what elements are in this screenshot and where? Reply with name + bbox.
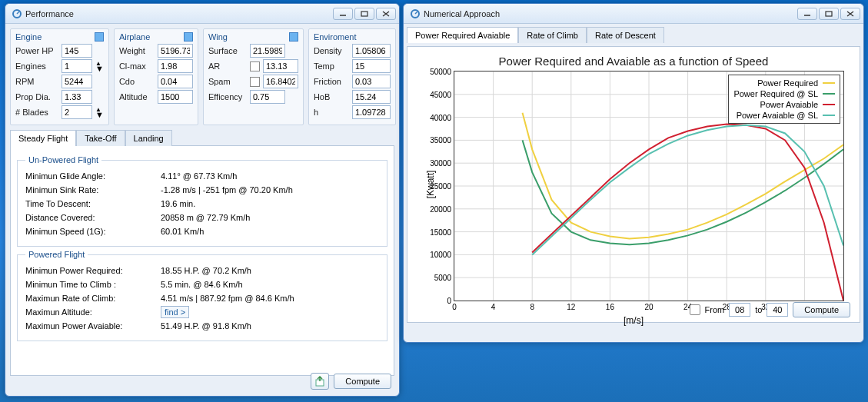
airplane-group: Airplane Weight Cl-max Cdo Altitude bbox=[114, 28, 198, 125]
legend-pa-label: Power Avaiable bbox=[760, 100, 818, 109]
engines-input[interactable] bbox=[62, 59, 92, 73]
export-icon-button[interactable] bbox=[311, 373, 329, 390]
power-hp-input[interactable] bbox=[62, 44, 92, 58]
ar-checkbox[interactable] bbox=[250, 61, 260, 71]
compute-range-button[interactable]: Compute bbox=[793, 302, 850, 317]
performance-tabs: Steady Flight Take-Off Landing bbox=[10, 130, 394, 146]
min-power-req-label: Minimun Power Required: bbox=[25, 266, 161, 275]
friction-input[interactable] bbox=[352, 75, 391, 88]
rpm-input[interactable] bbox=[62, 75, 92, 88]
powered-fieldset: Powered Flight Minimun Power Required:18… bbox=[17, 250, 387, 341]
chart-legend: Power Required Power Required @ SL Power… bbox=[728, 75, 840, 124]
legend-pr-swatch bbox=[823, 82, 835, 84]
airplane-expand-icon[interactable] bbox=[184, 32, 193, 42]
numerical-title: Numerical Approach bbox=[424, 9, 797, 18]
blades-input[interactable] bbox=[62, 105, 92, 119]
performance-title: Performance bbox=[25, 9, 333, 18]
engine-expand-icon[interactable] bbox=[95, 32, 104, 42]
unpowered-legend: Un-Powered Flight bbox=[25, 155, 101, 164]
min-speed-value: 60.01 Km/h bbox=[161, 227, 204, 236]
weight-input[interactable] bbox=[158, 44, 193, 58]
spam-input[interactable] bbox=[263, 75, 298, 88]
blades-label: # Blades bbox=[15, 108, 58, 117]
ar-input[interactable] bbox=[263, 59, 298, 73]
svg-rect-2 bbox=[361, 12, 367, 16]
wing-group: Wing Surface AR Spam Efficency bbox=[203, 28, 304, 125]
maximize-button[interactable] bbox=[354, 8, 374, 20]
app-icon bbox=[410, 8, 421, 19]
hob-label: HoB bbox=[314, 92, 349, 101]
spam-label: Spam bbox=[208, 77, 247, 86]
performance-window: Performance Engine Power HP Engines▲▼ RP… bbox=[5, 3, 400, 397]
tab-steady-flight[interactable]: Steady Flight bbox=[10, 130, 76, 146]
min-speed-label: Minimun Speed (1G): bbox=[25, 227, 161, 236]
sink-rate-label: Minimun Sink Rate: bbox=[25, 185, 161, 194]
eff-input[interactable] bbox=[250, 90, 285, 104]
max-power-avail-label: Maximun Power Avaiable: bbox=[25, 321, 161, 331]
legend-pr-label: Power Required bbox=[757, 78, 818, 88]
glide-angle-label: Minimun Glide Angle: bbox=[25, 171, 161, 181]
legend-prsl-label: Power Required @ SL bbox=[733, 89, 818, 98]
minimize-button[interactable] bbox=[797, 8, 817, 20]
time-to-descent-label: Time To Descent: bbox=[25, 199, 161, 208]
sink-rate-value: -1.28 m/s | -251 fpm @ 70.20 Km/h bbox=[161, 185, 293, 194]
chart-plot: Power Required Power Required @ SL Power… bbox=[454, 71, 844, 301]
tab-rate-of-descent[interactable]: Rate of Descent bbox=[587, 27, 664, 43]
prop-dia-label: Prop Dia. bbox=[15, 92, 58, 101]
blades-stepper[interactable]: ▲▼ bbox=[95, 108, 104, 117]
numerical-tabs: Power Required Avaiable Rate of Climb Ra… bbox=[407, 27, 860, 43]
max-power-avail-value: 51.49 H.P. @ 91.8 Km/h bbox=[161, 321, 251, 331]
prop-dia-input[interactable] bbox=[62, 90, 92, 104]
legend-pa-swatch bbox=[823, 104, 835, 105]
tab-landing[interactable]: Landing bbox=[125, 130, 172, 146]
legend-pasl-label: Power Avaiable @ SL bbox=[737, 111, 818, 120]
temp-input[interactable] bbox=[352, 59, 391, 73]
close-button[interactable] bbox=[376, 8, 396, 20]
weight-label: Weight bbox=[119, 46, 155, 55]
range-from-label: From bbox=[705, 305, 725, 314]
max-roc-label: Maximun Rate of Climb: bbox=[25, 294, 161, 303]
spam-checkbox[interactable] bbox=[250, 77, 260, 87]
numerical-titlebar[interactable]: Numerical Approach bbox=[404, 4, 863, 24]
engines-label: Engines bbox=[15, 61, 58, 71]
altitude-input[interactable] bbox=[158, 90, 193, 104]
range-controls: From to Compute bbox=[690, 302, 851, 317]
engine-group-title: Engine bbox=[15, 32, 42, 42]
unpowered-fieldset: Un-Powered Flight Minimun Glide Angle:4.… bbox=[17, 155, 387, 247]
cdo-input[interactable] bbox=[158, 75, 193, 88]
chart-title: Power Required and Avaiable as a functio… bbox=[414, 55, 853, 68]
maximize-button[interactable] bbox=[819, 8, 839, 20]
h-input[interactable] bbox=[352, 105, 391, 119]
performance-titlebar[interactable]: Performance bbox=[5, 4, 399, 24]
svg-rect-6 bbox=[826, 12, 832, 16]
environment-group-title: Enviroment bbox=[314, 32, 357, 42]
environment-group: Enviroment Density Temp Friction HoB h bbox=[308, 28, 396, 125]
compute-button[interactable]: Compute bbox=[334, 374, 391, 389]
clmax-input[interactable] bbox=[158, 59, 193, 73]
hob-input[interactable] bbox=[352, 90, 391, 104]
range-checkbox[interactable] bbox=[690, 304, 700, 315]
density-label: Density bbox=[314, 46, 349, 55]
tab-take-off[interactable]: Take-Off bbox=[76, 130, 125, 146]
engines-stepper[interactable]: ▲▼ bbox=[95, 61, 104, 71]
wing-expand-icon[interactable] bbox=[289, 32, 298, 42]
rpm-label: RPM bbox=[15, 77, 58, 86]
steady-flight-panel: Un-Powered Flight Minimun Glide Angle:4.… bbox=[10, 145, 394, 376]
minimize-button[interactable] bbox=[333, 8, 353, 20]
app-icon bbox=[12, 8, 22, 19]
cdo-label: Cdo bbox=[119, 77, 155, 86]
ar-label: AR bbox=[208, 61, 247, 71]
tab-power-required-available[interactable]: Power Required Avaiable bbox=[407, 27, 518, 43]
range-from-input[interactable] bbox=[729, 303, 750, 317]
range-to-input[interactable] bbox=[767, 303, 788, 317]
tab-rate-of-climb[interactable]: Rate of Climb bbox=[518, 27, 587, 43]
surface-input[interactable] bbox=[250, 44, 285, 58]
find-altitude-button[interactable]: find > bbox=[161, 306, 189, 318]
density-input[interactable] bbox=[352, 44, 391, 58]
engine-group: Engine Power HP Engines▲▼ RPM Prop Dia. … bbox=[10, 28, 109, 125]
close-button[interactable] bbox=[840, 8, 860, 20]
numerical-window: Numerical Approach Power Required Avaiab… bbox=[403, 3, 864, 343]
airplane-group-title: Airplane bbox=[119, 32, 150, 42]
time-to-descent-value: 19.6 min. bbox=[161, 199, 195, 208]
eff-label: Efficency bbox=[208, 92, 247, 101]
